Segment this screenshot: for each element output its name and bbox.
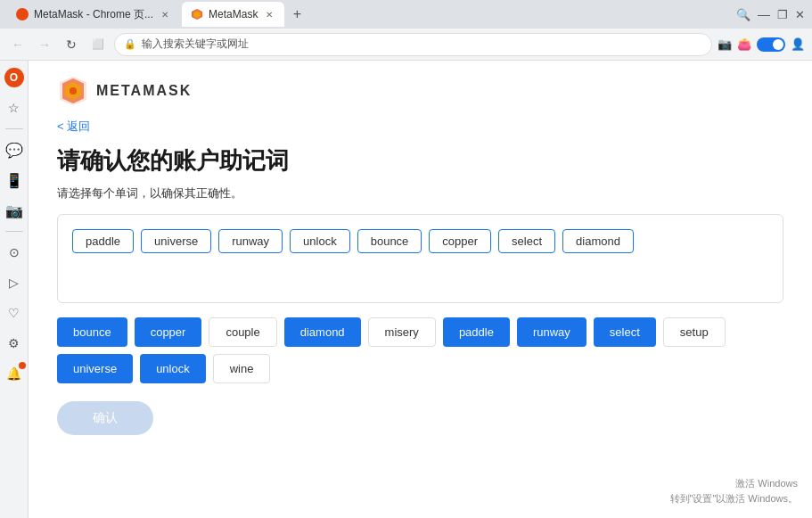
whatsapp-icon[interactable]: 📱 [4, 170, 24, 190]
instagram-icon[interactable]: 📷 [4, 201, 24, 220]
back-link[interactable]: < 返回 [57, 119, 90, 135]
selection-chip-chip4[interactable]: unlock [290, 229, 350, 253]
word-btn-w12[interactable]: wine [213, 354, 271, 383]
title-bar: MetaMask - Chrome 页... ✕ MetaMask ✕ + 🔍 … [0, 0, 812, 29]
profile-icon[interactable]: 👤 [791, 37, 805, 51]
word-btn-w10[interactable]: universe [57, 354, 133, 383]
notification-badge [19, 362, 26, 369]
reload-button[interactable]: ↻ [61, 34, 82, 55]
tab-metamask-chrome[interactable]: MetaMask - Chrome 页... ✕ [7, 2, 180, 27]
selection-chip-chip6[interactable]: copper [429, 229, 491, 253]
address-right-icons: 📷 👛 👤 [718, 37, 805, 52]
window-controls: 🔍 — ❐ ✕ [736, 7, 805, 21]
watermark-line1: 激活 Windows [670, 476, 799, 491]
tab2-close[interactable]: ✕ [263, 8, 275, 21]
history-icon[interactable]: ⊙ [4, 243, 24, 262]
metamask-tab-icon [191, 8, 203, 21]
windows-watermark: 激活 Windows 转到"设置"以激活 Windows。 [670, 476, 799, 506]
settings-icon[interactable]: ⚙ [4, 333, 24, 353]
word-btn-w5[interactable]: misery [368, 317, 436, 347]
wallet-icon[interactable]: 👛 [737, 37, 751, 51]
screenshot-icon[interactable]: 📷 [718, 37, 732, 51]
word-bank: bouncecoppercouplediamondmiserypaddlerun… [57, 317, 783, 383]
selection-chip-chip8[interactable]: diamond [562, 229, 634, 253]
continue-icon[interactable]: ▷ [4, 273, 24, 292]
vpn-toggle[interactable] [757, 37, 785, 52]
heart-icon[interactable]: ♡ [4, 303, 24, 323]
search-icon[interactable]: 🔍 [736, 8, 750, 21]
tab-metamask-active[interactable]: MetaMask ✕ [182, 2, 284, 27]
tab1-close[interactable]: ✕ [159, 8, 171, 21]
selection-chip-chip1[interactable]: paddle [72, 229, 134, 253]
back-button[interactable]: ← [7, 34, 29, 55]
word-btn-w3[interactable]: couple [209, 317, 276, 347]
browser-body: O ☆ 💬 📱 📷 ⊙ ▷ ♡ ⚙ 🔔 METAMASK < 返回 [0, 61, 812, 518]
metamask-title: METAMASK [96, 83, 192, 99]
confirm-button[interactable]: 确认 [57, 401, 153, 435]
word-btn-w9[interactable]: setup [663, 317, 726, 347]
selection-area: paddleuniverserunwayunlockbouncecopperse… [57, 214, 783, 303]
word-btn-w4[interactable]: diamond [284, 317, 361, 347]
address-bar: ← → ↻ ⬜ 🔒 输入搜索关键字或网址 📷 👛 👤 [0, 29, 812, 61]
forward-button[interactable]: → [34, 34, 55, 55]
tab-group: MetaMask - Chrome 页... ✕ MetaMask ✕ + [7, 0, 308, 29]
page-heading: 请确认您的账户助记词 [57, 145, 783, 177]
restore-button[interactable]: ❐ [777, 8, 788, 21]
left-sidebar: O ☆ 💬 📱 📷 ⊙ ▷ ♡ ⚙ 🔔 [0, 61, 29, 518]
selection-chip-chip7[interactable]: select [498, 229, 555, 253]
word-btn-w6[interactable]: paddle [443, 317, 510, 347]
selection-chip-chip5[interactable]: bounce [357, 229, 422, 253]
page-subtext: 请选择每个单词，以确保其正确性。 [57, 185, 783, 201]
close-button[interactable]: ✕ [795, 8, 805, 21]
word-btn-w7[interactable]: runway [517, 317, 586, 347]
watermark-line2: 转到"设置"以激活 Windows。 [670, 491, 799, 506]
tab1-title: MetaMask - Chrome 页... [34, 7, 153, 22]
tab2-title: MetaMask [209, 8, 258, 21]
selection-chip-chip3[interactable]: runway [218, 229, 283, 253]
svg-point-5 [70, 87, 77, 95]
extensions-button[interactable]: ⬜ [87, 34, 109, 55]
word-btn-w8[interactable]: select [594, 317, 656, 347]
address-text: 输入搜索关键字或网址 [142, 37, 702, 52]
main-content: METAMASK < 返回 请确认您的账户助记词 请选择每个单词，以确保其正确性… [29, 61, 812, 518]
metamask-logo [57, 75, 89, 107]
selection-chip-chip2[interactable]: universe [141, 229, 211, 253]
bookmark-icon[interactable]: ☆ [4, 98, 24, 118]
opera-logo-icon[interactable]: O [4, 68, 24, 87]
word-btn-w1[interactable]: bounce [57, 317, 127, 347]
new-tab-button[interactable]: + [286, 4, 308, 25]
word-btn-w2[interactable]: copper [135, 317, 202, 347]
minimize-button[interactable]: — [758, 7, 770, 21]
word-btn-w11[interactable]: unlock [140, 354, 206, 383]
address-input-wrapper[interactable]: 🔒 输入搜索关键字或网址 [114, 33, 712, 56]
opera-tab-icon [16, 8, 29, 21]
lock-icon: 🔒 [124, 38, 136, 50]
metamask-header: METAMASK [57, 75, 783, 107]
messenger-icon[interactable]: 💬 [4, 140, 24, 160]
sidebar-divider-2 [5, 231, 23, 232]
sidebar-divider-1 [5, 128, 23, 129]
notification-icon[interactable]: 🔔 [4, 364, 24, 383]
